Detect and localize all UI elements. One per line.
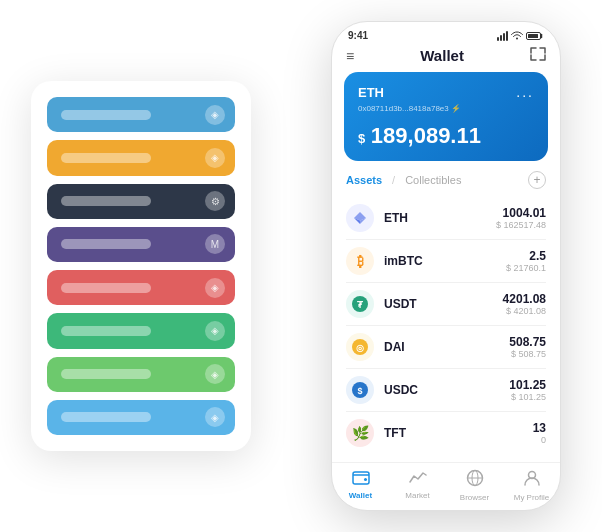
nav-wallet[interactable]: Wallet [332, 469, 389, 502]
market-nav-icon [409, 469, 427, 489]
svg-text:$: $ [357, 386, 362, 396]
asset-item-eth[interactable]: ETH 1004.01 $ 162517.48 [346, 197, 546, 240]
row-icon-4: M [205, 234, 225, 254]
color-row-8[interactable]: ◈ [47, 400, 235, 435]
market-nav-label: Market [405, 491, 429, 500]
color-row-5[interactable]: ◈ [47, 270, 235, 305]
svg-rect-11 [353, 472, 369, 484]
row-label-2 [61, 153, 151, 163]
dai-amount: 508.75 [509, 335, 546, 349]
usdc-name: USDC [384, 383, 509, 397]
dai-name: DAI [384, 340, 509, 354]
row-label-3 [61, 196, 151, 206]
nav-market[interactable]: Market [389, 469, 446, 502]
svg-point-12 [364, 478, 367, 481]
bg-card: ◈ ◈ ⚙ M ◈ ◈ ◈ ◈ [31, 81, 251, 451]
row-label-5 [61, 283, 151, 293]
tab-collectibles[interactable]: Collectibles [405, 174, 461, 186]
imbtc-icon: ₿ [346, 247, 374, 275]
dai-usd: $ 508.75 [509, 349, 546, 359]
eth-icon [346, 204, 374, 232]
color-row-7[interactable]: ◈ [47, 357, 235, 392]
asset-list: ETH 1004.01 $ 162517.48 ₿ imBTC 2.5 $ 21… [332, 197, 560, 462]
browser-nav-label: Browser [460, 493, 489, 502]
imbtc-usd: $ 21760.1 [506, 263, 546, 273]
usdc-usd: $ 101.25 [509, 392, 546, 402]
color-row-2[interactable]: ◈ [47, 140, 235, 175]
browser-nav-icon [466, 469, 484, 491]
menu-icon[interactable]: ≡ [346, 48, 354, 64]
nav-browser[interactable]: Browser [446, 469, 503, 502]
row-icon-2: ◈ [205, 148, 225, 168]
asset-item-dai[interactable]: ◎ DAI 508.75 $ 508.75 [346, 326, 546, 369]
usdt-usd: $ 4201.08 [503, 306, 546, 316]
signal-icon [497, 31, 508, 41]
wallet-nav-icon [352, 469, 370, 489]
battery-icon [526, 31, 544, 41]
tft-usd: 0 [533, 435, 546, 445]
status-bar: 9:41 [332, 22, 560, 45]
usdt-amount: 4201.08 [503, 292, 546, 306]
add-asset-button[interactable]: + [528, 171, 546, 189]
asset-item-usdt[interactable]: ₮ USDT 4201.08 $ 4201.08 [346, 283, 546, 326]
status-time: 9:41 [348, 30, 368, 41]
assets-header: Assets / Collectibles + [332, 171, 560, 197]
usdt-name: USDT [384, 297, 503, 311]
profile-nav-label: My Profile [514, 493, 550, 502]
expand-icon[interactable] [530, 47, 546, 64]
tft-amounts: 13 0 [533, 421, 546, 445]
phone: 9:41 [331, 21, 561, 511]
row-label-7 [61, 369, 151, 379]
wallet-nav-label: Wallet [349, 491, 372, 500]
eth-name: ETH [384, 211, 496, 225]
svg-text:₮: ₮ [357, 300, 364, 310]
imbtc-amount: 2.5 [506, 249, 546, 263]
usdc-icon: $ [346, 376, 374, 404]
row-label-4 [61, 239, 151, 249]
asset-item-usdc[interactable]: $ USDC 101.25 $ 101.25 [346, 369, 546, 412]
tft-icon: 🌿 [346, 419, 374, 447]
row-label-1 [61, 110, 151, 120]
row-icon-6: ◈ [205, 321, 225, 341]
asset-item-imbtc[interactable]: ₿ imBTC 2.5 $ 21760.1 [346, 240, 546, 283]
imbtc-name: imBTC [384, 254, 506, 268]
dai-icon: ◎ [346, 333, 374, 361]
page-title: Wallet [420, 47, 464, 64]
asset-item-tft[interactable]: 🌿 TFT 13 0 [346, 412, 546, 454]
tab-divider: / [392, 174, 395, 186]
row-label-6 [61, 326, 151, 336]
eth-card-dots[interactable]: ... [516, 84, 534, 100]
nav-profile[interactable]: My Profile [503, 469, 560, 502]
usdc-amounts: 101.25 $ 101.25 [509, 378, 546, 402]
row-icon-3: ⚙ [205, 191, 225, 211]
color-row-3[interactable]: ⚙ [47, 184, 235, 219]
eth-card[interactable]: ETH ... 0x08711d3b...8418a78e3 ⚡ $ 189,0… [344, 72, 548, 161]
eth-amounts: 1004.01 $ 162517.48 [496, 206, 546, 230]
bottom-nav: Wallet Market [332, 462, 560, 510]
status-icons [497, 31, 544, 41]
color-row-1[interactable]: ◈ [47, 97, 235, 132]
color-row-4[interactable]: M [47, 227, 235, 262]
phone-header: ≡ Wallet [332, 45, 560, 72]
tab-assets[interactable]: Assets [346, 174, 382, 186]
eth-amount: 1004.01 [496, 206, 546, 220]
eth-card-address: 0x08711d3b...8418a78e3 ⚡ [358, 104, 534, 113]
row-icon-5: ◈ [205, 278, 225, 298]
color-row-6[interactable]: ◈ [47, 313, 235, 348]
profile-nav-icon [523, 469, 541, 491]
dai-amounts: 508.75 $ 508.75 [509, 335, 546, 359]
svg-rect-1 [528, 34, 538, 38]
usdt-icon: ₮ [346, 290, 374, 318]
usdc-amount: 101.25 [509, 378, 546, 392]
row-icon-8: ◈ [205, 407, 225, 427]
eth-usd: $ 162517.48 [496, 220, 546, 230]
usdt-amounts: 4201.08 $ 4201.08 [503, 292, 546, 316]
assets-tabs: Assets / Collectibles [346, 174, 461, 186]
wifi-icon [511, 31, 523, 41]
imbtc-amounts: 2.5 $ 21760.1 [506, 249, 546, 273]
eth-card-balance: $ 189,089.11 [358, 123, 534, 149]
tft-name: TFT [384, 426, 533, 440]
eth-card-label: ETH [358, 85, 384, 100]
row-icon-1: ◈ [205, 105, 225, 125]
eth-card-currency: $ [358, 131, 369, 146]
